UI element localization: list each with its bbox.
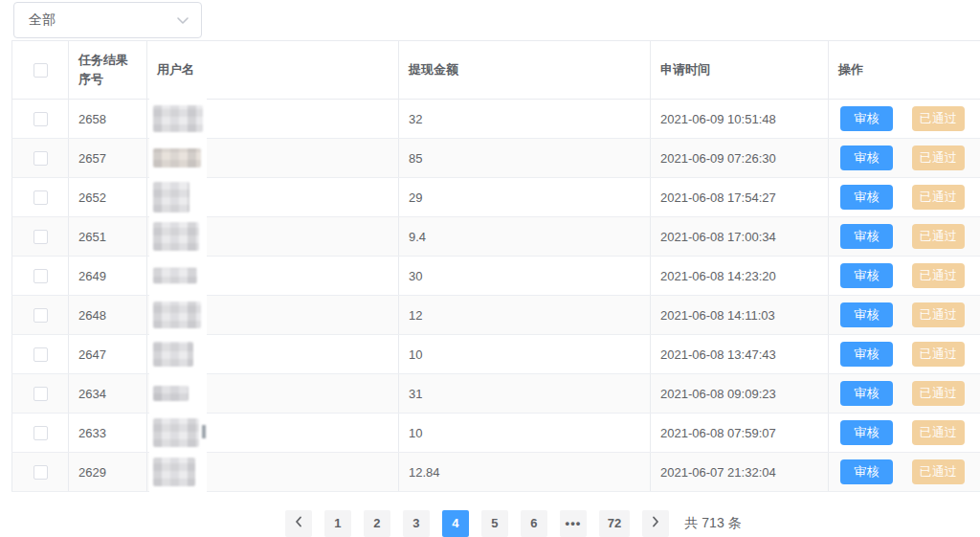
cell-task-no: 2647	[69, 335, 147, 374]
cell-task-no: 2633	[69, 414, 147, 453]
table-row: 2651 9.4 2021-06-08 17:00:34 审核 已通过	[12, 217, 980, 257]
cell-action: 审核 已通过	[829, 257, 980, 296]
cell-apply-time: 2021-06-09 10:51:48	[651, 100, 829, 139]
table-row: 2658 32 2021-06-09 10:51:48 审核 已通过	[12, 100, 980, 139]
censored-username-blur	[153, 148, 201, 168]
row-checkbox[interactable]	[33, 347, 48, 362]
more-pages-button[interactable]: •••	[560, 510, 587, 537]
cell-task-no: 2648	[69, 296, 147, 335]
chevron-right-icon	[651, 510, 660, 537]
approved-button[interactable]: 已通过	[912, 381, 965, 406]
table-body: 2658 32 2021-06-09 10:51:48 审核 已通过 2657 …	[12, 100, 980, 492]
cell-task-no: 2634	[69, 374, 147, 414]
review-button[interactable]: 审核	[840, 459, 893, 484]
cell-action: 审核 已通过	[829, 139, 980, 178]
select-all-checkbox[interactable]	[33, 63, 48, 78]
page-button-3[interactable]: 3	[403, 510, 430, 537]
approved-button[interactable]: 已通过	[912, 224, 965, 249]
cell-username	[147, 296, 399, 335]
approved-button[interactable]: 已通过	[912, 459, 965, 484]
review-button[interactable]: 审核	[840, 302, 893, 327]
review-button[interactable]: 审核	[840, 185, 893, 210]
row-checkbox[interactable]	[33, 112, 48, 126]
row-checkbox[interactable]	[33, 465, 48, 480]
cell-amount: 30	[399, 257, 651, 296]
censored-username-blur	[153, 222, 199, 251]
header-task-no: 任务结果序号	[69, 41, 147, 100]
cell-task-no: 2629	[69, 453, 147, 492]
row-checkbox[interactable]	[33, 426, 48, 440]
chevron-down-icon	[176, 16, 189, 25]
review-button[interactable]: 审核	[840, 224, 893, 249]
cell-action: 审核 已通过	[829, 296, 980, 335]
cell-amount: 10	[399, 335, 651, 374]
approved-button[interactable]: 已通过	[912, 145, 965, 170]
table-row: 2634 31 2021-06-08 09:09:23 审核 已通过	[12, 374, 980, 414]
row-checkbox[interactable]	[33, 151, 48, 166]
censored-username-blur	[153, 458, 195, 486]
cell-username	[147, 453, 399, 492]
cell-apply-time: 2021-06-08 17:00:34	[651, 217, 829, 257]
review-button[interactable]: 审核	[840, 145, 893, 170]
page-button-1[interactable]: 1	[324, 510, 351, 537]
cell-amount: 29	[399, 178, 651, 217]
cell-username	[147, 335, 399, 374]
total-count-label: 共 713 条	[684, 515, 741, 532]
review-button[interactable]: 审核	[840, 342, 893, 367]
cell-username	[147, 374, 399, 414]
review-button[interactable]: 审核	[840, 420, 893, 445]
approved-button[interactable]: 已通过	[912, 185, 965, 210]
censored-username-blur	[153, 182, 189, 213]
page-button-4-active[interactable]: 4	[442, 510, 469, 537]
table-row: 2649 30 2021-06-08 14:23:20 审核 已通过	[12, 257, 980, 296]
row-checkbox[interactable]	[33, 190, 48, 205]
header-amount: 提现金额	[399, 41, 651, 100]
censored-username-blur	[153, 268, 197, 284]
page-button-6[interactable]: 6	[521, 510, 547, 537]
cell-task-no: 2651	[69, 217, 147, 257]
row-checkbox[interactable]	[33, 308, 48, 323]
cell-apply-time: 2021-06-08 07:59:07	[651, 414, 829, 453]
cell-task-no: 2657	[69, 139, 147, 178]
row-checkbox[interactable]	[33, 230, 48, 244]
cell-username	[147, 139, 399, 178]
header-username: 用户名	[147, 41, 399, 100]
cell-apply-time: 2021-06-08 14:11:03	[651, 296, 829, 335]
table-row: 2648 12 2021-06-08 14:11:03 审核 已通过	[12, 296, 980, 335]
cell-apply-time: 2021-06-08 14:23:20	[651, 257, 829, 296]
cell-amount: 12	[399, 296, 651, 335]
table-row: 2657 85 2021-06-09 07:26:30 审核 已通过	[12, 139, 980, 178]
page-button-72[interactable]: 72	[599, 510, 630, 537]
cell-apply-time: 2021-06-08 17:54:27	[651, 178, 829, 217]
pagination: 1 2 3 4 5 6 ••• 72 共 713 条	[0, 510, 980, 537]
row-checkbox[interactable]	[33, 387, 48, 401]
withdrawals-table: 任务结果序号 用户名 提现金额 申请时间 操作 2658 32 2021-06-…	[11, 40, 980, 492]
table-row: 2633 10 2021-06-08 07:59:07 审核 已通过	[12, 414, 980, 453]
censored-username-blur	[153, 386, 189, 401]
table-header-row: 任务结果序号 用户名 提现金额 申请时间 操作	[12, 41, 980, 100]
cell-action: 审核 已通过	[829, 100, 980, 139]
page-button-2[interactable]: 2	[364, 510, 390, 537]
approved-button[interactable]: 已通过	[912, 263, 965, 288]
review-button[interactable]: 审核	[840, 381, 893, 406]
approved-button[interactable]: 已通过	[912, 302, 965, 327]
cell-task-no: 2652	[69, 178, 147, 217]
cell-task-no: 2658	[69, 100, 147, 139]
approved-button[interactable]: 已通过	[912, 420, 965, 445]
prev-page-button[interactable]	[285, 510, 312, 537]
row-checkbox[interactable]	[33, 269, 48, 283]
cell-apply-time: 2021-06-09 07:26:30	[651, 139, 829, 178]
cell-action: 审核 已通过	[829, 374, 980, 414]
cell-username	[147, 217, 399, 257]
filter-select[interactable]: 全部	[13, 2, 202, 38]
approved-button[interactable]: 已通过	[912, 342, 965, 367]
approved-button[interactable]: 已通过	[912, 106, 965, 131]
page-button-5[interactable]: 5	[481, 510, 508, 537]
cell-username	[147, 100, 399, 139]
review-button[interactable]: 审核	[840, 263, 893, 288]
chevron-left-icon	[294, 510, 303, 537]
cell-amount: 85	[399, 139, 651, 178]
cell-amount: 31	[399, 374, 651, 414]
review-button[interactable]: 审核	[840, 106, 893, 131]
next-page-button[interactable]	[642, 510, 669, 537]
